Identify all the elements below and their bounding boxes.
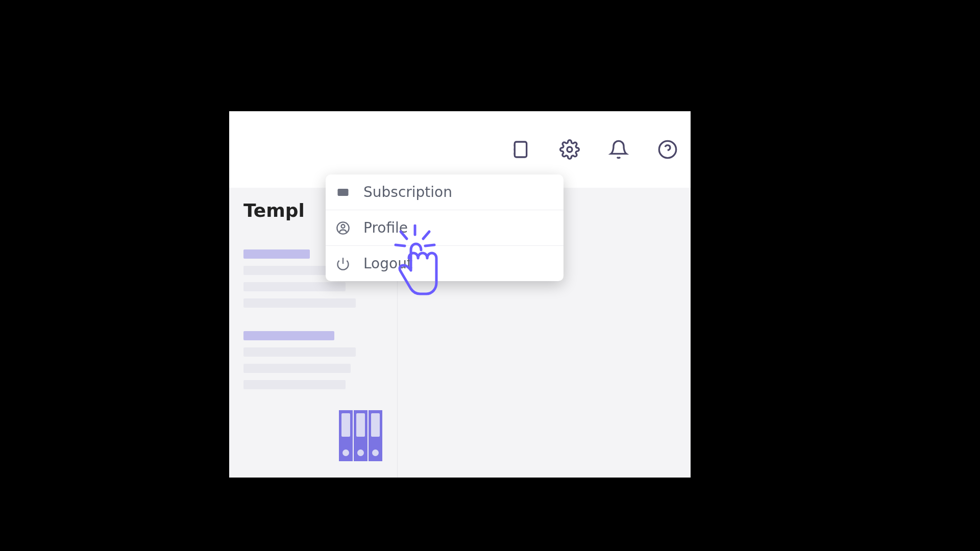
svg-rect-0 [514,142,526,157]
svg-rect-7 [338,189,349,196]
help-icon [657,139,678,160]
menu-item-profile[interactable]: Profile [326,210,564,246]
user-circle-icon [336,221,350,235]
placeholder-line [243,380,346,389]
wallet-icon [336,185,350,199]
menu-item-label: Profile [363,219,408,236]
placeholder-line [243,249,310,259]
placeholder-line [243,364,351,373]
binder-icon [339,410,353,461]
bell-icon [608,139,629,160]
menu-item-label: Logout [363,255,412,272]
menu-item-logout[interactable]: Logout [326,246,564,281]
placeholder-line [243,331,334,340]
menu-item-label: Subscription [363,184,452,201]
placeholder-line [243,347,356,357]
power-icon [336,257,350,271]
gear-icon [559,139,580,160]
settings-dropdown: Subscription Profile Logout [326,174,564,281]
notifications-button[interactable] [606,137,631,162]
help-button[interactable] [655,137,680,162]
journal-button[interactable] [508,137,533,162]
settings-button[interactable] [557,137,582,162]
svg-point-4 [567,147,572,152]
binder-icon [369,410,382,461]
binder-icon [354,410,368,461]
menu-item-subscription[interactable]: Subscription [326,174,564,210]
svg-point-9 [341,224,345,228]
binders-illustration [339,410,383,461]
app-window: Templ Subscription [229,111,691,478]
placeholder-line [243,282,346,291]
placeholder-line [243,298,356,308]
app-frame: Templ Subscription [229,111,691,478]
journal-icon [510,139,531,160]
